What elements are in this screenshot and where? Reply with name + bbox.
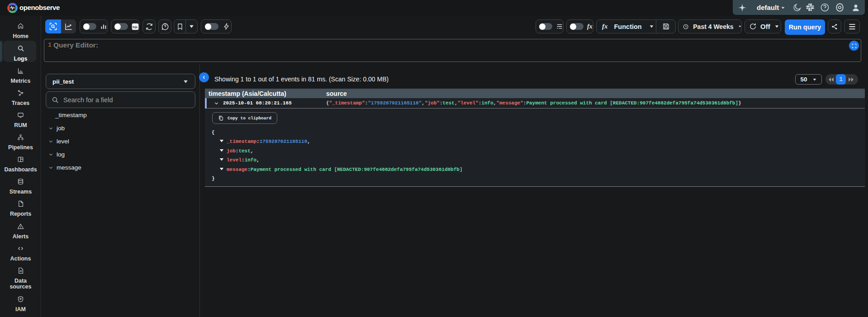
svg-text:SQL: SQL xyxy=(133,25,138,28)
